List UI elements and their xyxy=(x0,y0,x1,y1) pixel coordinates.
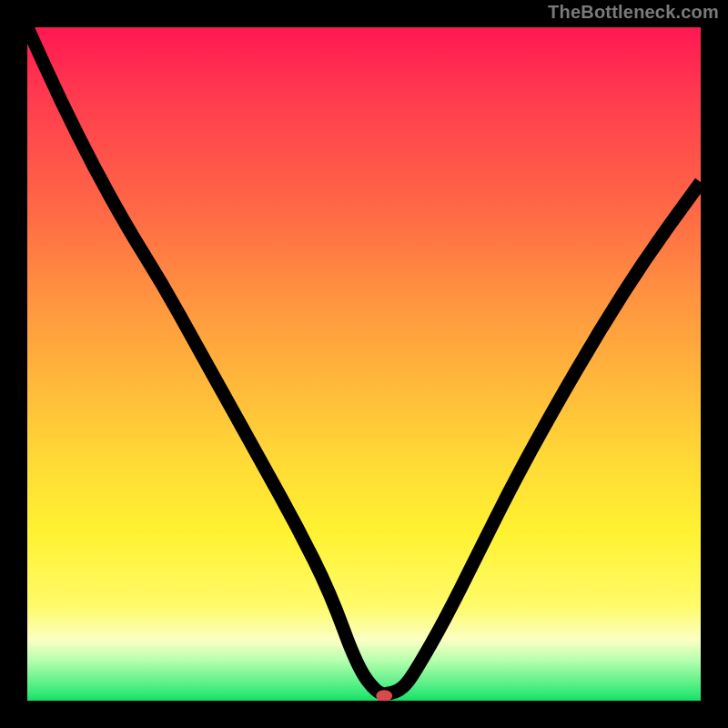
gradient-plot-area xyxy=(27,27,701,701)
chart-frame: TheBottleneck.com xyxy=(0,0,728,728)
watermark-text: TheBottleneck.com xyxy=(548,2,719,23)
